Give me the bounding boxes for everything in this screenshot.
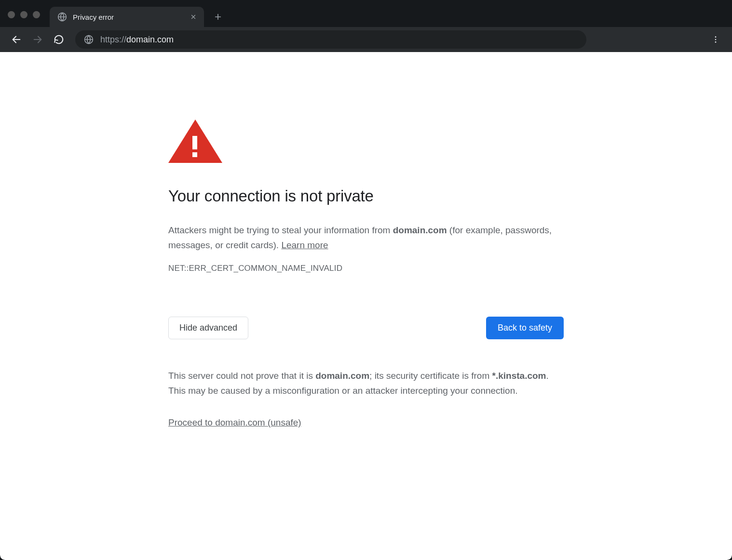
error-code: NET::ERR_CERT_COMMON_NAME_INVALID [168,264,564,273]
page-content: Your connection is not private Attackers… [0,52,732,560]
ssl-error-interstitial: Your connection is not private Attackers… [168,52,564,447]
learn-more-link[interactable]: Learn more [281,240,328,250]
back-to-safety-button[interactable]: Back to safety [486,317,564,339]
forward-button[interactable] [29,31,46,48]
back-button[interactable] [8,31,25,48]
warning-icon [168,120,217,163]
url-protocol: https:// [100,35,126,44]
browser-tab[interactable]: Privacy error [50,7,204,27]
adv-domain: domain.com [315,371,369,381]
tab-title: Privacy error [73,13,183,21]
toolbar: https://domain.com [0,27,732,52]
window-close-button[interactable] [8,11,15,18]
window-controls [8,11,50,27]
window-maximize-button[interactable] [33,11,40,18]
address-bar[interactable]: https://domain.com [75,30,586,49]
new-tab-button[interactable] [210,9,226,25]
address-text: https://domain.com [100,35,174,45]
button-row: Hide advanced Back to safety [168,317,564,339]
url-domain: domain.com [126,35,174,44]
error-body: Attackers might be trying to steal your … [168,223,564,253]
globe-icon [57,12,67,22]
browser-menu-button[interactable] [707,31,724,48]
globe-icon [84,35,94,44]
svg-point-8 [715,36,717,38]
error-headline: Your connection is not private [168,187,564,205]
proceed-unsafe-link[interactable]: Proceed to domain.com (unsafe) [168,417,301,428]
error-domain: domain.com [393,225,447,235]
hide-advanced-button[interactable]: Hide advanced [168,317,248,339]
adv-cert-domain: *.kinsta.com [492,371,546,381]
reload-button[interactable] [50,31,68,48]
svg-point-9 [715,39,717,40]
close-tab-button[interactable] [189,12,198,22]
advanced-explanation: This server could not prove that it is d… [168,368,564,399]
window-minimize-button[interactable] [20,11,27,18]
svg-point-10 [715,41,717,43]
tab-strip: Privacy error [0,0,732,27]
